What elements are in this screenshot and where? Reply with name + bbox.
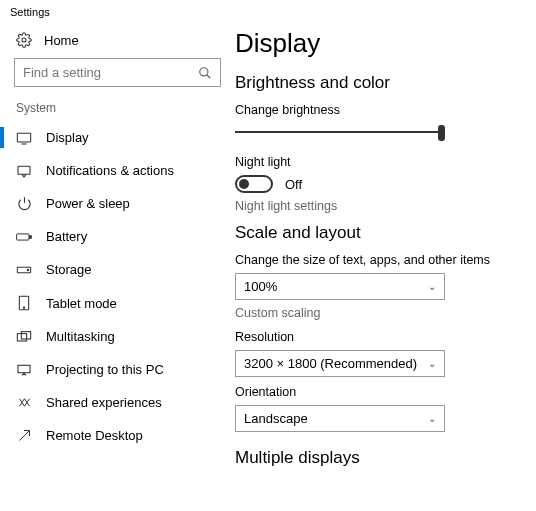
group-scale: Scale and layout	[235, 223, 518, 243]
resolution-label: Resolution	[235, 330, 518, 344]
search-icon	[198, 66, 212, 80]
sidebar-item-remote[interactable]: Remote Desktop	[10, 419, 225, 452]
night-light-toggle[interactable]	[235, 175, 273, 193]
svg-rect-3	[17, 133, 30, 142]
orientation-select[interactable]: Landscape ⌄	[235, 405, 445, 432]
svg-rect-6	[17, 233, 29, 239]
group-brightness: Brightness and color	[235, 73, 518, 93]
sidebar: Home System Display Notifications & acti…	[0, 22, 235, 511]
search-input[interactable]	[14, 58, 221, 87]
custom-scaling-link[interactable]: Custom scaling	[235, 306, 518, 320]
sidebar-item-label: Multitasking	[46, 329, 115, 344]
orientation-label: Orientation	[235, 385, 518, 399]
resolution-select[interactable]: 3200 × 1800 (Recommended) ⌄	[235, 350, 445, 377]
sidebar-item-shared[interactable]: Shared experiences	[10, 386, 225, 419]
brightness-slider[interactable]	[235, 123, 445, 141]
power-icon	[16, 196, 32, 211]
resolution-value: 3200 × 1800 (Recommended)	[244, 356, 417, 371]
sidebar-item-label: Power & sleep	[46, 196, 130, 211]
text-size-select[interactable]: 100% ⌄	[235, 273, 445, 300]
night-light-label: Night light	[235, 155, 518, 169]
svg-point-9	[27, 269, 28, 270]
sidebar-item-battery[interactable]: Battery	[10, 220, 225, 253]
sidebar-item-storage[interactable]: Storage	[10, 253, 225, 286]
night-light-settings-link[interactable]: Night light settings	[235, 199, 518, 213]
group-multiple-displays: Multiple displays	[235, 448, 518, 468]
text-size-value: 100%	[244, 279, 277, 294]
sidebar-item-multitasking[interactable]: Multitasking	[10, 320, 225, 353]
sidebar-item-projecting[interactable]: Projecting to this PC	[10, 353, 225, 386]
sidebar-item-notifications[interactable]: Notifications & actions	[10, 154, 225, 187]
chevron-down-icon: ⌄	[428, 281, 436, 292]
content-area: Display Brightness and color Change brig…	[235, 22, 536, 511]
svg-rect-14	[18, 365, 30, 372]
search-field[interactable]	[23, 65, 198, 80]
remote-icon	[16, 428, 32, 443]
window-title: Settings	[0, 0, 536, 22]
night-light-state: Off	[285, 177, 302, 192]
home-button[interactable]: Home	[10, 26, 225, 58]
battery-icon	[16, 231, 32, 243]
sidebar-item-label: Tablet mode	[46, 296, 117, 311]
sidebar-item-tablet[interactable]: Tablet mode	[10, 286, 225, 320]
sidebar-item-label: Battery	[46, 229, 87, 244]
tablet-icon	[16, 295, 32, 311]
sidebar-item-label: Notifications & actions	[46, 163, 174, 178]
sidebar-item-label: Storage	[46, 262, 92, 277]
home-label: Home	[44, 33, 79, 48]
svg-rect-13	[21, 331, 30, 338]
projecting-icon	[16, 363, 32, 377]
sidebar-item-display[interactable]: Display	[10, 121, 225, 154]
display-icon	[16, 131, 32, 145]
sidebar-item-label: Remote Desktop	[46, 428, 143, 443]
svg-point-1	[200, 67, 208, 75]
sidebar-item-label: Projecting to this PC	[46, 362, 164, 377]
svg-point-11	[23, 307, 24, 308]
chevron-down-icon: ⌄	[428, 358, 436, 369]
gear-icon	[16, 32, 32, 48]
sidebar-item-label: Shared experiences	[46, 395, 162, 410]
svg-line-2	[207, 74, 211, 78]
svg-rect-5	[18, 166, 30, 174]
notifications-icon	[16, 164, 32, 178]
page-title: Display	[235, 28, 518, 59]
chevron-down-icon: ⌄	[428, 413, 436, 424]
storage-icon	[16, 264, 32, 276]
shared-icon	[16, 395, 32, 410]
text-size-label: Change the size of text, apps, and other…	[235, 253, 518, 267]
sidebar-item-power[interactable]: Power & sleep	[10, 187, 225, 220]
sidebar-section-label: System	[10, 101, 225, 121]
multitasking-icon	[16, 330, 32, 344]
svg-point-0	[22, 38, 26, 42]
svg-rect-12	[17, 333, 26, 340]
sidebar-item-label: Display	[46, 130, 89, 145]
svg-rect-7	[30, 235, 32, 237]
orientation-value: Landscape	[244, 411, 308, 426]
change-brightness-label: Change brightness	[235, 103, 518, 117]
